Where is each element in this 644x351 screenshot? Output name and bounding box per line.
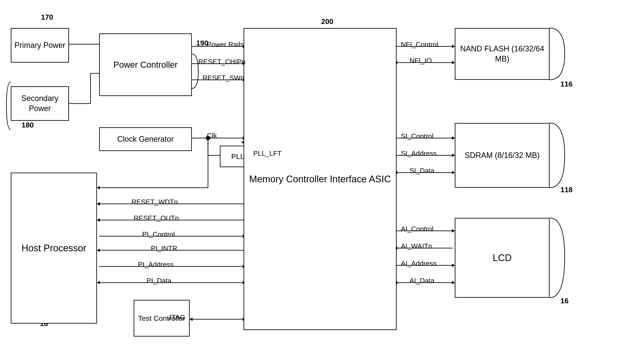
svg-marker-55 [452,264,455,267]
signal-ai-data: AI_Data [410,277,434,285]
svg-marker-57 [452,281,455,284]
ref-200: 200 [321,17,334,26]
svg-marker-51 [452,229,455,232]
signal-clk: Clk [207,132,217,140]
ref-180: 180 [22,121,34,129]
svg-marker-23 [97,202,100,205]
signal-reset-chipn: RESET_CHIPn [198,58,246,66]
primary-power-block: Primary Power [11,28,69,63]
svg-marker-39 [452,45,455,48]
sdram-block: SDRAM (8/16/32 MB) [455,123,550,188]
signal-nfi-io: NFI_IO [410,57,432,65]
svg-marker-44 [452,137,455,140]
signal-reset-outn: RESET_OUTn [134,214,179,222]
signal-pi-data: PI_Data [146,277,172,285]
svg-marker-48 [452,171,455,174]
ref-170: 170 [41,13,53,21]
nand-flash-block: NAND FLASH (16/32/64 MB) [455,28,550,80]
signal-reset-wdtn: RESET_WDTn [132,198,178,206]
ref-116: 116 [560,80,573,88]
signal-power-rails: Power Rails [207,41,244,49]
clock-generator-block: Clock Generator [99,127,192,151]
signal-pi-control: PI_Control [142,230,175,238]
signal-ai-control: AI_Control [401,225,434,233]
secondary-power-block: Secondary Power [11,86,69,121]
signal-si-control: SI_Control [401,132,434,140]
signal-si-address: SI_Address [401,150,436,157]
svg-marker-37 [190,318,192,321]
power-controller-block: Power Controller [99,34,192,96]
svg-marker-34 [97,281,100,284]
lcd-block: LCD [455,218,550,298]
signal-pi-intr: PI_INTR [151,244,178,252]
mci-asic-block: Memory Controller Interface ASIC [244,28,396,330]
signal-si-data: SI_Data [410,167,434,175]
signal-ai-waitn: AI_WAITn [401,242,432,250]
ref-190: 190 [196,39,208,47]
ref-118: 118 [560,186,573,194]
svg-marker-41 [452,61,455,64]
signal-pll-lft: PLL_LFT [253,150,282,157]
host-processor-block: Host Processor [11,173,97,323]
signal-jtag: JTAG [168,313,185,321]
signal-pi-address: PI_Address [138,261,174,269]
svg-marker-46 [452,154,455,157]
signal-nfi-control: NFI_Control [401,41,438,49]
signal-ai-address: AI_Address [401,259,436,267]
svg-marker-25 [97,219,100,222]
svg-marker-29 [97,249,100,252]
svg-marker-21 [97,186,100,189]
signal-reset-swn: RESET_SWn [202,74,244,82]
ref-16: 16 [560,297,568,305]
